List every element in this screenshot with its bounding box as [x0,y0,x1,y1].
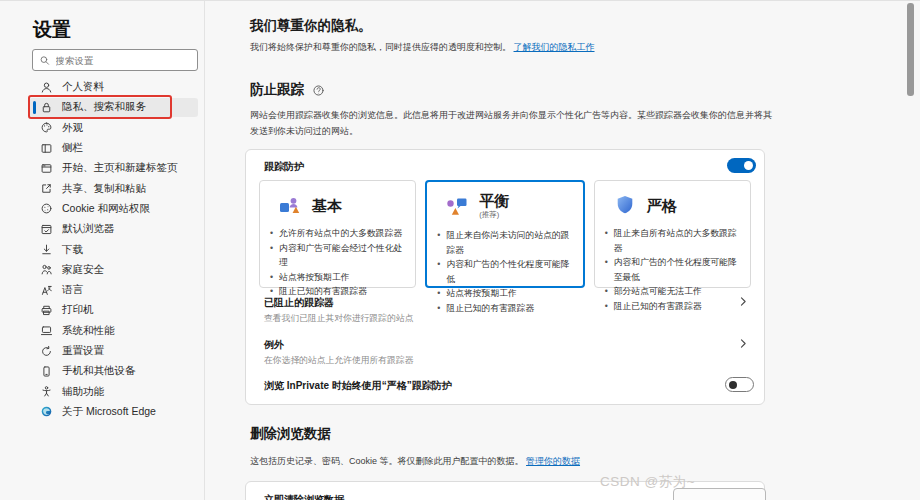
vertical-scrollbar-thumb[interactable] [907,3,914,96]
clear-data-text: 这包括历史记录、密码、Cookie 等。将仅删除此用户配置中的数据。 [250,456,524,466]
level-bullets: •阻止来自所有站点的大多数跟踪器 •内容和广告的个性化程度可能降至最低 •部分站… [605,226,740,313]
sidebar-item-profile[interactable]: 个人资料 [0,77,205,97]
sidebar-item-languages[interactable]: 语言 [0,280,205,300]
privacy-intro-text: 我们将始终保护和尊重你的隐私，同时提供应得的透明度和控制。 [250,42,511,52]
chevron-right-icon [737,337,750,350]
accessibility-icon [40,385,53,398]
sidebar-item-label: 系统和性能 [62,324,115,338]
inprivate-strict-label: 浏览 InPrivate 时始终使用“严格”跟踪防护 [264,379,452,393]
sidebar-item-share-copy-paste[interactable]: 共享、复制和粘贴 [0,178,205,198]
sidebar-item-about-edge[interactable]: 关于 Microsoft Edge [0,402,205,422]
privacy-intro-title: 我们尊重你的隐私。 [250,17,372,35]
family-safety-icon [40,263,53,276]
edge-settings-page: 设置 个人资料 隐私、搜索和服务 [0,0,920,500]
sidebar-item-system-performance[interactable]: 系统和性能 [0,321,205,341]
privacy-lock-icon [40,101,53,114]
languages-icon [40,284,53,297]
sidebar-item-label: 侧栏 [62,141,83,155]
privacy-whitepaper-link[interactable]: 了解我们的隐私工作 [514,42,595,52]
tracking-level-cards: 基本 •允许所有站点中的大多数跟踪器 •内容和广告可能会经过个性化处理 •站点将… [259,180,751,288]
sidebar-item-label: Cookie 和网站权限 [62,202,150,216]
start-home-tabs-icon [40,162,53,175]
settings-search-box[interactable] [32,49,198,71]
appearance-icon [40,121,53,134]
sidebar-item-accessibility[interactable]: 辅助功能 [0,381,205,401]
downloads-icon [40,243,53,256]
sidebar-item-printers[interactable]: 打印机 [0,300,205,320]
tracking-level-balanced-card[interactable]: 平衡 (推荐) •阻止来自你尚未访问的站点的跟踪器 •内容和广告的个性化程度可能… [425,180,584,288]
sidebar-item-label: 重置设置 [62,344,104,358]
clear-now-row-title: 立即清除浏览数据 [264,493,344,500]
tracking-prevention-toggle[interactable] [727,158,756,173]
profile-icon [40,81,53,94]
sidebar-item-label: 语言 [62,283,83,297]
sidebar-item-label: 关于 Microsoft Edge [62,405,156,419]
sidebar-item-label: 辅助功能 [62,385,104,399]
sidebar-item-label: 打印机 [62,303,94,317]
clear-data-heading-text: 删除浏览数据 [250,425,331,443]
sidebar-item-start-home-tabs[interactable]: 开始、主页和新建标签页 [0,158,205,178]
tracking-section-description: 网站会使用跟踪器收集你的浏览信息。此信息将用于改进网站服务并向你显示个性化广告等… [250,107,774,139]
clear-data-section-heading: 删除浏览数据 [250,425,331,443]
sidebar-item-label: 家庭安全 [62,263,104,277]
sidebar-item-label: 共享、复制和粘贴 [62,182,146,196]
bullet-item: •允许所有站点中的大多数跟踪器 [270,226,405,241]
inprivate-strict-toggle[interactable] [725,377,754,392]
edge-logo-icon [40,405,53,418]
sidebar-item-privacy[interactable]: 隐私、搜索和服务 [0,97,205,117]
tracking-level-basic-card[interactable]: 基本 •允许所有站点中的大多数跟踪器 •内容和广告可能会经过个性化处理 •站点将… [259,180,416,288]
bullet-item: •部分站点可能无法工作 [605,284,740,299]
strict-level-icon [613,193,637,217]
bullet-item: •阻止来自你尚未访问的站点的跟踪器 [437,228,572,257]
sidebar-item-sidebar[interactable]: 侧栏 [0,138,205,158]
cookies-icon [40,202,53,215]
sidebar-item-label: 手机和其他设备 [62,364,136,378]
manage-your-data-link[interactable]: 管理你的数据 [526,456,580,466]
bullet-item: •阻止来自所有站点的大多数跟踪器 [605,226,740,255]
reset-settings-icon [40,345,53,358]
bullet-item: •阻止已知的有害跟踪器 [437,301,572,316]
toggle-knob [744,161,753,170]
sidebar-item-label: 开始、主页和新建标签页 [62,161,178,175]
level-bullets: •阻止来自你尚未访问的站点的跟踪器 •内容和广告的个性化程度可能降低 •站点将按… [437,228,572,315]
sidebar-item-label: 外观 [62,121,83,135]
bullet-item: •内容和广告的个性化程度可能降至最低 [605,255,740,284]
bullet-item: •站点将按预期工作 [270,270,405,285]
sidebar-item-phone-devices[interactable]: 手机和其他设备 [0,361,205,381]
exceptions-row[interactable]: 例外 [264,338,284,352]
sidebar-nav: 个人资料 隐私、搜索和服务 外观 [0,77,205,422]
bullet-item: •站点将按预期工作 [437,286,572,301]
bullet-item: •内容和广告可能会经过个性化处理 [270,241,405,270]
sidebar-item-appearance[interactable]: 外观 [0,118,205,138]
level-title: 基本 [312,198,342,213]
sidebar-item-cookies-permissions[interactable]: Cookie 和网站权限 [0,199,205,219]
sidebar-icon [40,142,53,155]
settings-sidebar: 设置 个人资料 隐私、搜索和服务 [0,1,205,500]
blocked-trackers-row[interactable]: 已阻止的跟踪器 [264,296,334,310]
balanced-level-icon [445,195,469,219]
printer-icon [40,304,53,317]
search-icon [39,54,51,67]
phone-devices-icon [40,365,53,378]
tracking-section-heading: 防止跟踪 [250,81,325,99]
bullet-item: •内容和广告的个性化程度可能降低 [437,257,572,286]
tracking-level-strict-card[interactable]: 严格 •阻止来自所有站点的大多数跟踪器 •内容和广告的个性化程度可能降至最低 •… [594,180,751,288]
tracking-heading-text: 防止跟踪 [250,81,304,99]
sidebar-item-label: 个人资料 [62,80,104,94]
level-title: 平衡 [479,193,509,208]
sidebar-item-family-safety[interactable]: 家庭安全 [0,260,205,280]
level-bullets: •允许所有站点中的大多数跟踪器 •内容和广告可能会经过个性化处理 •站点将按预期… [270,226,405,299]
sidebar-item-reset-settings[interactable]: 重置设置 [0,341,205,361]
sidebar-item-label: 下载 [62,243,83,257]
system-performance-icon [40,324,53,337]
tracking-prevention-label: 跟踪防护 [264,160,304,174]
help-icon[interactable] [312,84,325,97]
share-copy-paste-icon [40,182,53,195]
level-title: 严格 [647,198,677,213]
search-input[interactable] [56,55,191,66]
sidebar-item-default-browser[interactable]: 默认浏览器 [0,219,205,239]
chevron-right-icon [737,295,750,308]
exceptions-subtitle: 在你选择的站点上允许使用所有跟踪器 [264,355,414,367]
sidebar-item-downloads[interactable]: 下载 [0,239,205,259]
clear-data-description: 这包括历史记录、密码、Cookie 等。将仅删除此用户配置中的数据。 管理你的数… [250,454,580,469]
